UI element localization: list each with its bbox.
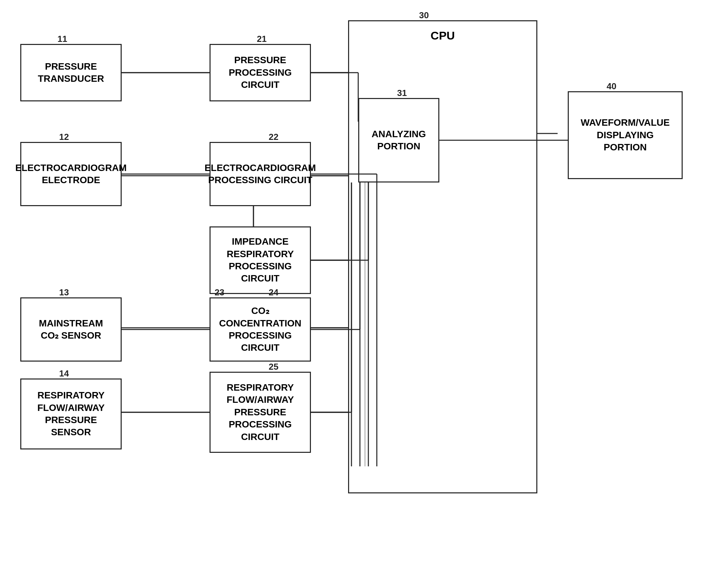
- pressure-transducer-block: PRESSURE TRANSDUCER: [20, 44, 122, 101]
- label-22: 22: [269, 132, 278, 142]
- co2-sensor-block: MAINSTREAMCO₂ SENSOR: [20, 297, 122, 362]
- co2-processing-block: CO₂ CONCENTRATIONPROCESSING CIRCUIT: [210, 297, 311, 362]
- label-14: 14: [59, 368, 69, 379]
- resp-flow-processing-block: RESPIRATORYFLOW/AIRWAYPRESSUREPROCESSING…: [210, 372, 311, 453]
- label-12: 12: [59, 132, 69, 142]
- label-24: 24: [269, 287, 278, 298]
- analyzing-portion-block: ANALYZINGPORTION: [358, 98, 439, 182]
- waveform-display-block: WAVEFORM/VALUEDISPLAYINGPORTION: [568, 91, 683, 179]
- ecg-electrode-block: ELECTROCARDIOGRAMELECTRODE: [20, 142, 122, 206]
- label-25: 25: [269, 362, 278, 372]
- label-23: 23: [215, 287, 224, 298]
- pressure-processing-block: PRESSUREPROCESSINGCIRCUIT: [210, 44, 311, 101]
- label-11: 11: [57, 34, 67, 44]
- cpu-block: CPU: [348, 20, 537, 493]
- label-30: 30: [419, 10, 429, 21]
- ecg-processing-block: ELECTROCARDIOGRAMPROCESSING CIRCUIT: [210, 142, 311, 206]
- label-31: 31: [397, 88, 407, 98]
- diagram-container: { "diagram": { "title": "Block Diagram",…: [0, 0, 708, 588]
- resp-flow-sensor-block: RESPIRATORYFLOW/AIRWAYPRESSURE SENSOR: [20, 378, 122, 449]
- impedance-processing-block: IMPEDANCERESPIRATORYPROCESSING CIRCUIT: [210, 226, 311, 294]
- label-40: 40: [607, 81, 616, 92]
- label-21: 21: [257, 34, 267, 44]
- label-13: 13: [59, 287, 69, 298]
